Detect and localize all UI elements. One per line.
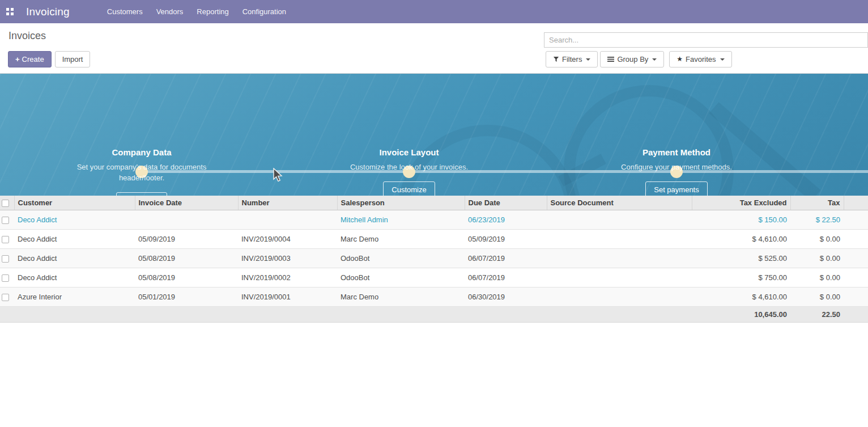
row-select-cell: [0, 229, 14, 248]
onboarding-step-invoice-layout: Invoice Layout Customize the look of you…: [313, 110, 505, 196]
menu-customers[interactable]: Customers: [101, 7, 148, 16]
totals-row: 10,645.00 22.50: [0, 306, 868, 322]
customize-button[interactable]: Customize: [383, 181, 435, 196]
cell-due-date[interactable]: 06/30/2019: [465, 287, 547, 306]
invoice-row[interactable]: Deco Addict05/09/2019INV/2019/0004Marc D…: [0, 229, 868, 248]
favorites-dropdown[interactable]: ★ Favorites: [669, 51, 731, 67]
cell-customer[interactable]: Deco Addict: [14, 210, 135, 229]
tax-excluded-total: 10,645.00: [692, 306, 790, 322]
cell-tax-excluded[interactable]: $ 150.00: [692, 210, 790, 229]
step-title: Payment Method: [580, 147, 773, 157]
select-all-cell: [0, 196, 14, 210]
cell-source-document[interactable]: [547, 268, 692, 287]
cell-customer[interactable]: Deco Addict: [14, 229, 135, 248]
col-header-spacer: [844, 196, 868, 210]
cell-number[interactable]: INV/2019/0003: [238, 248, 337, 268]
cell-customer[interactable]: Deco Addict: [14, 248, 135, 268]
control-panel: Invoices +Create Import Filters Group By…: [0, 23, 868, 73]
set-payments-button[interactable]: Set payments: [645, 181, 708, 196]
cell-number[interactable]: INV/2019/0001: [238, 287, 337, 306]
invoice-row[interactable]: Deco Addict05/08/2019INV/2019/0002OdooBo…: [0, 268, 868, 287]
action-buttons: +Create Import: [8, 51, 90, 67]
search-options: Filters Group By ★ Favorites: [546, 51, 732, 67]
star-icon: ★: [676, 54, 683, 64]
create-button[interactable]: +Create: [8, 51, 52, 67]
cell-salesperson[interactable]: OdooBot: [337, 268, 465, 287]
cell-tax[interactable]: $ 22.50: [790, 210, 844, 229]
filters-dropdown[interactable]: Filters: [546, 51, 598, 67]
menu-configuration[interactable]: Configuration: [237, 7, 292, 16]
menu-vendors[interactable]: Vendors: [151, 7, 189, 16]
cell-invoice-date[interactable]: 05/01/2019: [135, 287, 238, 306]
col-header-source-document[interactable]: Source Document: [547, 196, 692, 210]
cell-customer[interactable]: Azure Interior: [14, 287, 135, 306]
import-button[interactable]: Import: [55, 51, 91, 67]
group-by-icon: [607, 56, 614, 62]
caret-down-icon: [652, 58, 657, 61]
row-checkbox[interactable]: [2, 255, 9, 263]
cell-salesperson[interactable]: Mitchell Admin: [337, 210, 465, 229]
cell-invoice-date[interactable]: 05/09/2019: [135, 229, 238, 248]
cell-tax[interactable]: $ 0.00: [790, 229, 844, 248]
cell-source-document[interactable]: [547, 287, 692, 306]
step-title: Company Data: [45, 147, 238, 157]
cell-invoice-date[interactable]: 05/08/2019: [135, 268, 238, 287]
cell-spacer: [844, 268, 868, 287]
cell-due-date[interactable]: 05/09/2019: [465, 229, 547, 248]
col-header-tax-excluded[interactable]: Tax Excluded: [692, 196, 790, 210]
row-checkbox[interactable]: [2, 217, 9, 224]
main-menu: Customers Vendors Reporting Configuratio…: [101, 7, 294, 16]
col-header-invoice-date[interactable]: Invoice Date: [135, 196, 238, 210]
cell-source-document[interactable]: [547, 210, 692, 229]
cell-tax-excluded[interactable]: $ 4,610.00: [692, 287, 790, 306]
cell-salesperson[interactable]: Marc Demo: [337, 229, 465, 248]
cell-due-date[interactable]: 06/07/2019: [465, 248, 547, 268]
onboarding-step-payment-method: Payment Method Configure your payment me…: [580, 110, 773, 196]
cell-due-date[interactable]: 06/23/2019: [465, 210, 547, 229]
cell-due-date[interactable]: 06/07/2019: [465, 268, 547, 287]
cell-number[interactable]: [238, 210, 337, 229]
invoice-row[interactable]: Deco AddictMitchell Admin06/23/2019$ 150…: [0, 210, 868, 229]
tax-total: 22.50: [790, 306, 844, 322]
row-checkbox[interactable]: [2, 294, 9, 301]
cell-tax-excluded[interactable]: $ 4,610.00: [692, 229, 790, 248]
row-checkbox[interactable]: [2, 236, 9, 243]
apps-grid-icon: [6, 8, 14, 15]
top-navbar: Invoicing Customers Vendors Reporting Co…: [0, 0, 868, 23]
apps-menu-button[interactable]: [0, 0, 19, 23]
cell-invoice-date[interactable]: [135, 210, 238, 229]
col-header-number[interactable]: Number: [238, 196, 337, 210]
cell-customer[interactable]: Deco Addict: [14, 268, 135, 287]
lets-start-button[interactable]: Let's start!: [116, 192, 167, 196]
onboarding-banner: Company Data Set your company's data for…: [0, 73, 868, 196]
row-select-cell: [0, 248, 14, 268]
row-checkbox[interactable]: [2, 274, 9, 282]
cell-tax[interactable]: $ 0.00: [790, 268, 844, 287]
cell-number[interactable]: INV/2019/0002: [238, 268, 337, 287]
cell-invoice-date[interactable]: 05/08/2019: [135, 248, 238, 268]
cell-tax[interactable]: $ 0.00: [790, 287, 844, 306]
cell-tax-excluded[interactable]: $ 525.00: [692, 248, 790, 268]
row-select-cell: [0, 287, 14, 306]
invoice-list-table: Customer Invoice Date Number Salesperson…: [0, 196, 868, 323]
search-input[interactable]: [544, 32, 868, 48]
cell-source-document[interactable]: [547, 248, 692, 268]
invoice-row[interactable]: Deco Addict05/08/2019INV/2019/0003OdooBo…: [0, 248, 868, 268]
col-header-customer[interactable]: Customer: [14, 196, 135, 210]
cell-tax[interactable]: $ 0.00: [790, 248, 844, 268]
invoice-row[interactable]: Azure Interior05/01/2019INV/2019/0001Mar…: [0, 287, 868, 306]
cell-spacer: [844, 287, 868, 306]
caret-down-icon: [720, 58, 725, 61]
col-header-due-date[interactable]: Due Date: [465, 196, 547, 210]
page-title: Invoices: [8, 30, 46, 42]
cell-salesperson[interactable]: Marc Demo: [337, 287, 465, 306]
cell-salesperson[interactable]: OdooBot: [337, 248, 465, 268]
menu-reporting[interactable]: Reporting: [191, 7, 234, 16]
select-all-checkbox[interactable]: [2, 200, 9, 207]
col-header-tax[interactable]: Tax: [790, 196, 844, 210]
cell-number[interactable]: INV/2019/0004: [238, 229, 337, 248]
cell-tax-excluded[interactable]: $ 750.00: [692, 268, 790, 287]
cell-source-document[interactable]: [547, 229, 692, 248]
col-header-salesperson[interactable]: Salesperson: [337, 196, 465, 210]
group-by-dropdown[interactable]: Group By: [600, 51, 664, 67]
